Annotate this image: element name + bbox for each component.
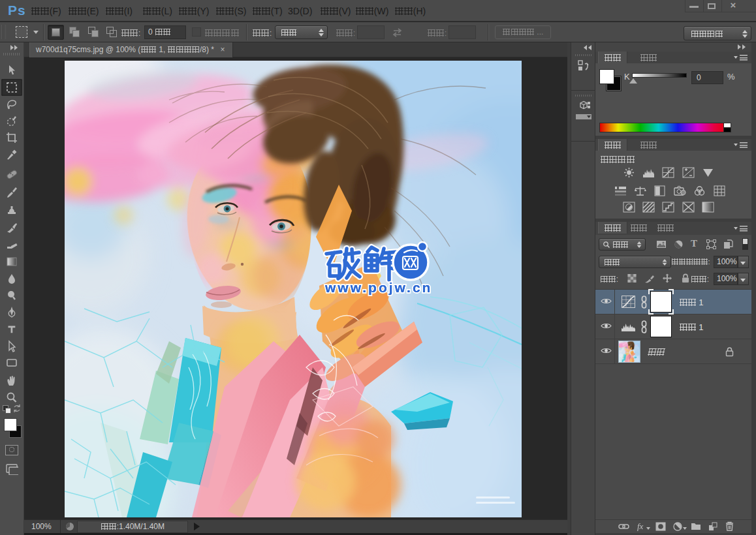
svg-text:www.pojw.cn: www.pojw.cn [324,280,432,295]
